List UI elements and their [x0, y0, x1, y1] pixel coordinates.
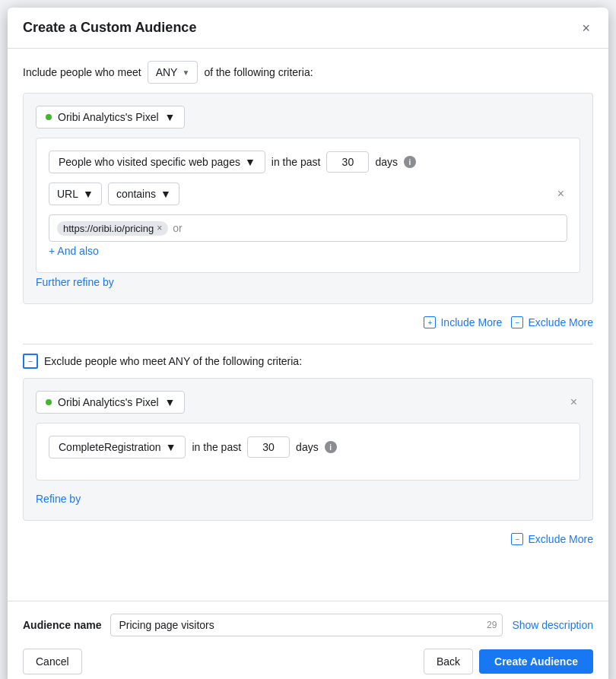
pixel-dropdown-arrow: ▼	[165, 111, 176, 123]
include-prefix: Include people who meet	[23, 66, 141, 78]
exclude-prefix: Exclude people who meet ANY of the follo…	[44, 355, 302, 367]
url-filter-row: URL ▼ contains ▼ ×	[49, 182, 567, 205]
char-count: 29	[487, 620, 497, 630]
include-days-input[interactable]	[326, 151, 369, 173]
url-tag: https://oribi.io/pricing ×	[57, 221, 168, 236]
pixel-active-dot	[46, 114, 52, 120]
exclude-event-dropdown[interactable]: CompleteRegistration ▼	[49, 436, 186, 458]
include-info-icon: i	[404, 156, 416, 168]
create-audience-modal: Create a Custom Audience × Include peopl…	[8, 8, 608, 679]
exclude-pixel-arrow: ▼	[165, 396, 176, 408]
exclude-pixel-dot	[46, 399, 52, 405]
url-row-remove-button[interactable]: ×	[554, 187, 567, 201]
exclude-section-card: Oribi Analytics's Pixel ▼ × CompleteRegi…	[23, 378, 593, 521]
url-dropdown-arrow: ▼	[83, 188, 94, 200]
or-label: or	[173, 222, 182, 234]
exclude-rule-row: CompleteRegistration ▼ in the past days …	[49, 436, 567, 458]
exclude-in-past-label: in the past	[192, 441, 241, 453]
include-pixel-row: Oribi Analytics's Pixel ▼	[36, 106, 580, 129]
url-tag-remove-button[interactable]: ×	[157, 224, 162, 233]
rule-type-arrow: ▼	[245, 156, 256, 168]
section-divider	[23, 344, 593, 344]
modal-body: Include people who meet ANY ▼ of the fol…	[8, 49, 608, 601]
audience-name-row: Audience name 29 Show description	[23, 614, 593, 636]
exclude-actions-row: − Exclude More	[23, 527, 593, 551]
close-button[interactable]: ×	[579, 21, 593, 35]
audience-name-input[interactable]	[110, 614, 503, 636]
url-input-row[interactable]: https://oribi.io/pricing × or	[49, 214, 567, 242]
include-pixel-dropdown[interactable]: Oribi Analytics's Pixel ▼	[36, 106, 185, 129]
show-description-button[interactable]: Show description	[512, 619, 593, 631]
further-refine-button[interactable]: Further refine by	[36, 273, 114, 291]
contains-dropdown[interactable]: contains ▼	[108, 182, 179, 205]
exclude-pixel-dropdown[interactable]: Oribi Analytics's Pixel ▼	[36, 391, 185, 414]
create-audience-button[interactable]: Create Audience	[479, 649, 593, 674]
back-button[interactable]: Back	[424, 649, 473, 674]
exclude-pixel-row: Oribi Analytics's Pixel ▼ ×	[36, 391, 580, 414]
exclude-header: − Exclude people who meet ANY of the fol…	[23, 354, 593, 369]
include-days-label: days	[375, 156, 398, 168]
include-suffix: of the following criteria:	[204, 66, 313, 78]
exclude-days-label: days	[296, 441, 319, 453]
include-rule-row: People who visited specific web pages ▼ …	[49, 151, 567, 173]
exclude-rule-card: CompleteRegistration ▼ in the past days …	[36, 423, 580, 481]
include-rule-card: People who visited specific web pages ▼ …	[36, 138, 580, 273]
in-past-label: in the past	[271, 156, 321, 168]
audience-input-wrapper: 29	[110, 614, 503, 636]
audience-name-label: Audience name	[23, 619, 101, 631]
any-dropdown-arrow: ▼	[182, 68, 189, 77]
exclude-event-arrow: ▼	[166, 441, 176, 453]
url-dropdown[interactable]: URL ▼	[49, 182, 102, 205]
rule-type-dropdown[interactable]: People who visited specific web pages ▼	[49, 151, 265, 173]
exclude-more-icon-bottom: −	[511, 533, 523, 545]
include-actions-row: + Include More − Exclude More	[23, 310, 593, 335]
include-section-card: Oribi Analytics's Pixel ▼ People who vis…	[23, 93, 593, 304]
footer-buttons: Cancel Back Create Audience	[23, 649, 593, 674]
any-dropdown[interactable]: ANY ▼	[148, 61, 198, 84]
modal-title: Create a Custom Audience	[23, 20, 196, 36]
exclude-pixel-remove-button[interactable]: ×	[567, 395, 580, 409]
exclude-info-icon: i	[325, 441, 337, 453]
contains-arrow: ▼	[160, 188, 171, 200]
exclude-more-button-bottom[interactable]: − Exclude More	[511, 533, 593, 545]
include-criteria-row: Include people who meet ANY ▼ of the fol…	[23, 61, 593, 84]
and-also-button[interactable]: + And also	[49, 242, 99, 260]
modal-header: Create a Custom Audience ×	[8, 8, 608, 49]
right-buttons: Back Create Audience	[424, 649, 593, 674]
exclude-more-icon-top: −	[511, 316, 523, 328]
exclude-more-button-top[interactable]: − Exclude More	[511, 316, 593, 328]
refine-by-button[interactable]: Refine by	[36, 490, 81, 508]
include-more-icon: +	[424, 316, 436, 328]
include-more-button[interactable]: + Include More	[424, 316, 502, 328]
cancel-button[interactable]: Cancel	[23, 649, 82, 674]
exclude-header-icon: −	[23, 354, 38, 369]
exclude-days-input[interactable]	[247, 436, 290, 458]
modal-footer: Audience name 29 Show description Cancel…	[8, 601, 608, 679]
